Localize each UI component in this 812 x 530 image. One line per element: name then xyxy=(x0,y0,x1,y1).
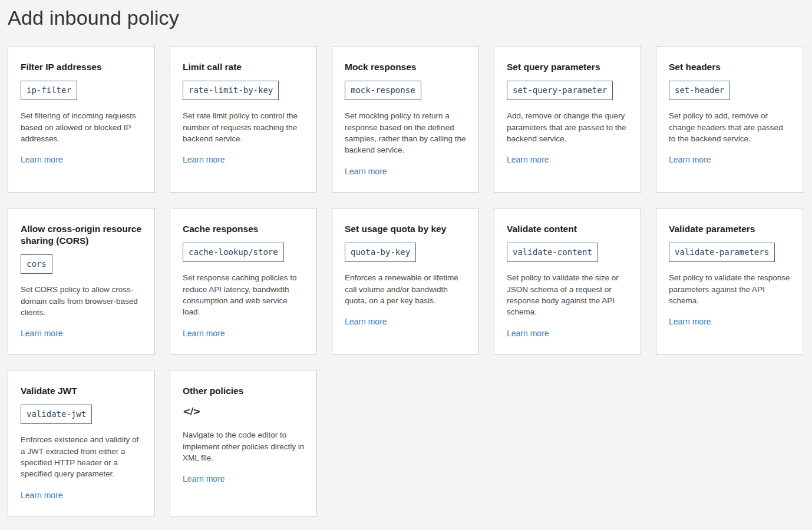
learn-more-link[interactable]: Learn more xyxy=(345,317,387,326)
page-title: Add inbound policy xyxy=(8,5,804,31)
add-inbound-policy-page: Add inbound policy Filter IP addresses i… xyxy=(0,0,812,525)
policy-card[interactable]: Set headers set-header Set policy to add… xyxy=(656,46,803,193)
learn-more-link[interactable]: Learn more xyxy=(345,167,387,176)
policy-description: Set mocking policy to return a response … xyxy=(345,110,467,155)
policy-description: Enforces a renewable or lifetime call vo… xyxy=(345,272,467,306)
learn-more-link[interactable]: Learn more xyxy=(507,155,549,164)
policy-card-title: Set usage quota by key xyxy=(345,223,467,235)
learn-more-link[interactable]: Learn more xyxy=(21,491,63,500)
policy-tag-badge: set-header xyxy=(669,81,730,100)
policy-card-title: Filter IP addresses xyxy=(21,61,143,73)
policy-card[interactable]: Filter IP addresses ip-filter Set filter… xyxy=(8,46,155,193)
policy-tag-badge: mock-response xyxy=(345,81,421,100)
policy-card-title: Validate JWT xyxy=(21,385,143,397)
policy-card-title: Validate content xyxy=(507,223,629,235)
learn-more-link[interactable]: Learn more xyxy=(183,474,225,483)
policy-card[interactable]: Validate JWT validate-jwt Enforces exist… xyxy=(8,370,155,516)
policy-description: Enforces existence and validity of a JWT… xyxy=(21,434,143,479)
policy-description: Set filtering of incoming requests based… xyxy=(21,110,143,144)
policy-tag-badge: ip-filter xyxy=(21,81,77,100)
policy-description: Set rate limit policy to control the num… xyxy=(183,110,305,144)
policy-tag-badge: validate-content xyxy=(507,243,598,262)
policy-card-title: Set headers xyxy=(669,61,791,73)
policy-tag-badge: validate-jwt xyxy=(21,405,92,424)
policy-description: Add, remove or change the query paramete… xyxy=(507,110,629,144)
policy-description: Set CORS policy to allow cross-domain ca… xyxy=(21,284,143,318)
policy-card[interactable]: Set usage quota by key quota-by-key Enfo… xyxy=(332,208,479,355)
policy-card-title: Cache responses xyxy=(183,223,305,235)
policy-description: Set response caching policies to reduce … xyxy=(183,272,305,317)
policy-card-title: Other policies xyxy=(183,385,305,397)
learn-more-link[interactable]: Learn more xyxy=(183,329,225,338)
policy-card[interactable]: Cache responses cache-lookup/store Set r… xyxy=(170,208,317,355)
learn-more-link[interactable]: Learn more xyxy=(21,155,63,164)
learn-more-link[interactable]: Learn more xyxy=(669,317,711,326)
policy-description: Set policy to add, remove or change head… xyxy=(669,110,791,144)
learn-more-link[interactable]: Learn more xyxy=(21,329,63,338)
policy-card-title: Validate parameters xyxy=(669,223,791,235)
policy-card-title: Limit call rate xyxy=(183,61,305,73)
policy-card[interactable]: Set query parameters set-query-parameter… xyxy=(494,46,641,193)
policy-tag-badge: set-query-parameter xyxy=(507,81,613,100)
policy-card-title: Allow cross-origin resource sharing (COR… xyxy=(21,223,143,247)
policy-card[interactable]: Validate content validate-content Set po… xyxy=(494,208,641,355)
policy-tag-badge: rate-limit-by-key xyxy=(183,81,279,100)
policy-tag-badge: cache-lookup/store xyxy=(183,243,284,262)
policy-card[interactable]: Other policies </> Navigate to the code … xyxy=(170,370,317,516)
policy-grid: Filter IP addresses ip-filter Set filter… xyxy=(8,46,804,516)
policy-card[interactable]: Mock responses mock-response Set mocking… xyxy=(332,46,479,193)
learn-more-link[interactable]: Learn more xyxy=(183,155,225,164)
policy-card[interactable]: Allow cross-origin resource sharing (COR… xyxy=(8,208,155,355)
learn-more-link[interactable]: Learn more xyxy=(507,329,549,338)
policy-card[interactable]: Limit call rate rate-limit-by-key Set ra… xyxy=(170,46,317,193)
policy-description: Set policy to validate the size or JSON … xyxy=(507,272,629,317)
code-icon: </> xyxy=(183,406,200,417)
policy-description: Navigate to the code editor to implement… xyxy=(183,429,305,463)
policy-card-title: Set query parameters xyxy=(507,61,629,73)
policy-description: Set policy to validate the response para… xyxy=(669,272,791,306)
learn-more-link[interactable]: Learn more xyxy=(669,155,711,164)
policy-tag-badge: quota-by-key xyxy=(345,243,416,262)
policy-card-title: Mock responses xyxy=(345,61,467,73)
policy-card[interactable]: Validate parameters validate-parameters … xyxy=(656,208,803,355)
policy-tag-badge: cors xyxy=(21,254,52,274)
policy-tag-badge: validate-parameters xyxy=(669,243,775,262)
